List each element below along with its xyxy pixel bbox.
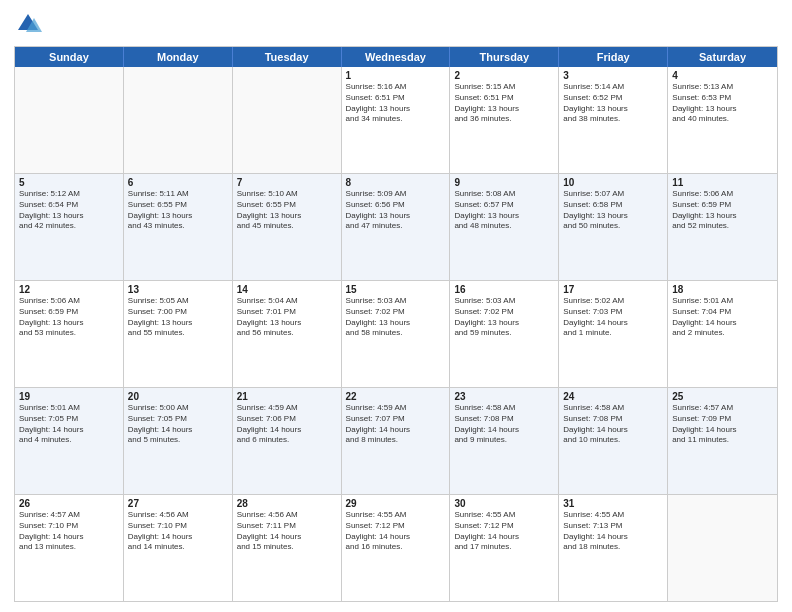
day-number: 29 bbox=[346, 498, 446, 509]
cell-line: Sunset: 7:08 PM bbox=[454, 414, 554, 425]
cell-line: Sunrise: 5:06 AM bbox=[672, 189, 773, 200]
cell-line: Sunrise: 4:59 AM bbox=[346, 403, 446, 414]
logo bbox=[14, 10, 46, 38]
day-number: 18 bbox=[672, 284, 773, 295]
header-day-sunday: Sunday bbox=[15, 47, 124, 67]
cell-line: Sunset: 7:01 PM bbox=[237, 307, 337, 318]
cell-line: Daylight: 14 hours bbox=[128, 425, 228, 436]
cal-cell-1-3: 8Sunrise: 5:09 AMSunset: 6:56 PMDaylight… bbox=[342, 174, 451, 280]
cell-line: and 43 minutes. bbox=[128, 221, 228, 232]
cell-line: and 16 minutes. bbox=[346, 542, 446, 553]
cal-cell-0-2 bbox=[233, 67, 342, 173]
cell-line: Sunset: 7:07 PM bbox=[346, 414, 446, 425]
cal-cell-1-5: 10Sunrise: 5:07 AMSunset: 6:58 PMDayligh… bbox=[559, 174, 668, 280]
cell-line: Sunset: 7:06 PM bbox=[237, 414, 337, 425]
calendar-header: SundayMondayTuesdayWednesdayThursdayFrid… bbox=[15, 47, 777, 67]
cell-line: Sunset: 7:08 PM bbox=[563, 414, 663, 425]
cell-line: and 52 minutes. bbox=[672, 221, 773, 232]
cell-line: Daylight: 14 hours bbox=[128, 532, 228, 543]
header-day-wednesday: Wednesday bbox=[342, 47, 451, 67]
cal-cell-1-1: 6Sunrise: 5:11 AMSunset: 6:55 PMDaylight… bbox=[124, 174, 233, 280]
cell-line: Daylight: 14 hours bbox=[19, 425, 119, 436]
cell-line: and 2 minutes. bbox=[672, 328, 773, 339]
cell-line: Sunrise: 5:03 AM bbox=[346, 296, 446, 307]
cell-line: and 8 minutes. bbox=[346, 435, 446, 446]
cell-line: Sunrise: 5:07 AM bbox=[563, 189, 663, 200]
day-number: 15 bbox=[346, 284, 446, 295]
logo-icon bbox=[14, 10, 42, 38]
cell-line: Daylight: 13 hours bbox=[454, 211, 554, 222]
cell-line: Sunrise: 5:10 AM bbox=[237, 189, 337, 200]
cell-line: and 47 minutes. bbox=[346, 221, 446, 232]
cell-line: Sunrise: 5:01 AM bbox=[672, 296, 773, 307]
day-number: 12 bbox=[19, 284, 119, 295]
cell-line: and 4 minutes. bbox=[19, 435, 119, 446]
cal-cell-3-3: 22Sunrise: 4:59 AMSunset: 7:07 PMDayligh… bbox=[342, 388, 451, 494]
cal-cell-4-3: 29Sunrise: 4:55 AMSunset: 7:12 PMDayligh… bbox=[342, 495, 451, 601]
header-day-tuesday: Tuesday bbox=[233, 47, 342, 67]
day-number: 8 bbox=[346, 177, 446, 188]
cell-line: Sunset: 7:02 PM bbox=[346, 307, 446, 318]
cell-line: and 58 minutes. bbox=[346, 328, 446, 339]
cal-cell-1-2: 7Sunrise: 5:10 AMSunset: 6:55 PMDaylight… bbox=[233, 174, 342, 280]
day-number: 21 bbox=[237, 391, 337, 402]
cal-cell-3-1: 20Sunrise: 5:00 AMSunset: 7:05 PMDayligh… bbox=[124, 388, 233, 494]
cell-line: Sunset: 6:54 PM bbox=[19, 200, 119, 211]
cell-line: and 53 minutes. bbox=[19, 328, 119, 339]
cal-cell-0-6: 4Sunrise: 5:13 AMSunset: 6:53 PMDaylight… bbox=[668, 67, 777, 173]
cell-line: Sunset: 7:03 PM bbox=[563, 307, 663, 318]
cal-cell-4-1: 27Sunrise: 4:56 AMSunset: 7:10 PMDayligh… bbox=[124, 495, 233, 601]
day-number: 30 bbox=[454, 498, 554, 509]
cell-line: Daylight: 14 hours bbox=[672, 318, 773, 329]
cell-line: and 48 minutes. bbox=[454, 221, 554, 232]
day-number: 28 bbox=[237, 498, 337, 509]
cell-line: Daylight: 13 hours bbox=[563, 211, 663, 222]
cal-cell-4-5: 31Sunrise: 4:55 AMSunset: 7:13 PMDayligh… bbox=[559, 495, 668, 601]
cell-line: Sunset: 7:02 PM bbox=[454, 307, 554, 318]
cell-line: Sunset: 6:58 PM bbox=[563, 200, 663, 211]
cell-line: Sunrise: 5:02 AM bbox=[563, 296, 663, 307]
cell-line: Sunrise: 5:05 AM bbox=[128, 296, 228, 307]
cell-line: Daylight: 14 hours bbox=[346, 425, 446, 436]
cell-line: Sunrise: 4:57 AM bbox=[19, 510, 119, 521]
cell-line: Daylight: 13 hours bbox=[346, 318, 446, 329]
day-number: 25 bbox=[672, 391, 773, 402]
cell-line: Daylight: 13 hours bbox=[454, 104, 554, 115]
cell-line: Sunset: 6:57 PM bbox=[454, 200, 554, 211]
cell-line: and 9 minutes. bbox=[454, 435, 554, 446]
cell-line: and 40 minutes. bbox=[672, 114, 773, 125]
cell-line: Sunrise: 5:16 AM bbox=[346, 82, 446, 93]
cell-line: Sunset: 6:51 PM bbox=[346, 93, 446, 104]
cal-cell-2-3: 15Sunrise: 5:03 AMSunset: 7:02 PMDayligh… bbox=[342, 281, 451, 387]
cal-cell-2-4: 16Sunrise: 5:03 AMSunset: 7:02 PMDayligh… bbox=[450, 281, 559, 387]
cell-line: Sunrise: 5:06 AM bbox=[19, 296, 119, 307]
day-number: 16 bbox=[454, 284, 554, 295]
header-day-thursday: Thursday bbox=[450, 47, 559, 67]
cell-line: and 17 minutes. bbox=[454, 542, 554, 553]
cell-line: Sunset: 7:05 PM bbox=[128, 414, 228, 425]
cal-cell-0-0 bbox=[15, 67, 124, 173]
cell-line: Daylight: 14 hours bbox=[563, 425, 663, 436]
cell-line: Daylight: 14 hours bbox=[346, 532, 446, 543]
cell-line: Sunset: 6:55 PM bbox=[128, 200, 228, 211]
calendar-body: 1Sunrise: 5:16 AMSunset: 6:51 PMDaylight… bbox=[15, 67, 777, 601]
cell-line: Sunset: 6:59 PM bbox=[19, 307, 119, 318]
cal-cell-1-4: 9Sunrise: 5:08 AMSunset: 6:57 PMDaylight… bbox=[450, 174, 559, 280]
cell-line: and 13 minutes. bbox=[19, 542, 119, 553]
cell-line: Daylight: 13 hours bbox=[19, 211, 119, 222]
cal-cell-4-4: 30Sunrise: 4:55 AMSunset: 7:12 PMDayligh… bbox=[450, 495, 559, 601]
cell-line: and 18 minutes. bbox=[563, 542, 663, 553]
cell-line: Daylight: 13 hours bbox=[346, 104, 446, 115]
cell-line: Daylight: 13 hours bbox=[19, 318, 119, 329]
cell-line: Sunset: 6:53 PM bbox=[672, 93, 773, 104]
cell-line: Daylight: 14 hours bbox=[563, 318, 663, 329]
cell-line: Sunset: 7:04 PM bbox=[672, 307, 773, 318]
cell-line: Sunset: 7:11 PM bbox=[237, 521, 337, 532]
week-row-4: 26Sunrise: 4:57 AMSunset: 7:10 PMDayligh… bbox=[15, 495, 777, 601]
cell-line: Sunset: 7:12 PM bbox=[454, 521, 554, 532]
header-day-saturday: Saturday bbox=[668, 47, 777, 67]
day-number: 20 bbox=[128, 391, 228, 402]
cell-line: Sunset: 6:52 PM bbox=[563, 93, 663, 104]
cell-line: Sunset: 7:13 PM bbox=[563, 521, 663, 532]
cell-line: Sunrise: 4:55 AM bbox=[454, 510, 554, 521]
